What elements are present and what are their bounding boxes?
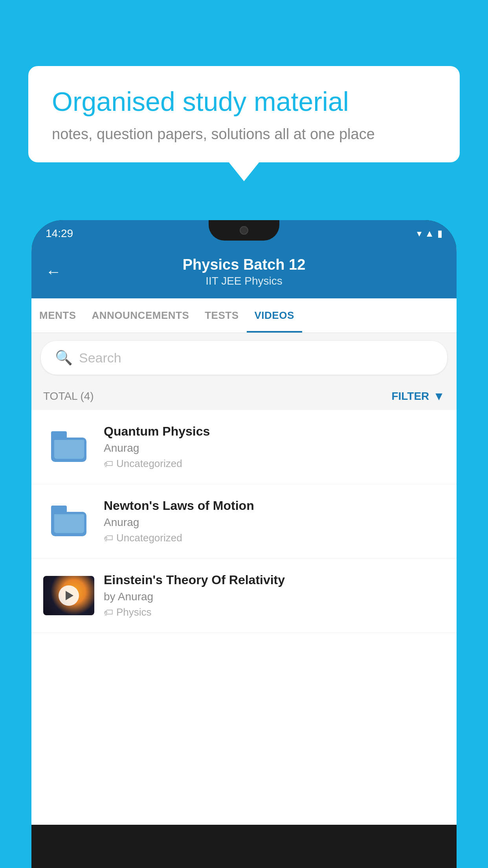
tag-label: Uncategorized [116, 458, 182, 470]
list-item[interactable]: Quantum Physics Anurag 🏷 Uncategorized [31, 410, 457, 484]
tag-icon: 🏷 [104, 533, 113, 544]
tag-label: Uncategorized [116, 532, 182, 544]
video-author: Anurag [104, 516, 445, 529]
play-button[interactable] [59, 585, 79, 606]
video-author: Anurag [104, 442, 445, 454]
filter-label: FILTER [391, 390, 429, 403]
wifi-icon: ▾ [417, 228, 422, 239]
phone-frame: 14:29 ▾ ▲ ▮ ← Physics Batch 12 IIT JEE P… [31, 220, 457, 868]
folder-icon [51, 432, 86, 462]
phone-notch [209, 220, 279, 241]
header-subtitle: IIT JEE Physics [71, 275, 417, 287]
signal-icon: ▲ [425, 228, 434, 239]
search-placeholder-text: Search [79, 350, 121, 366]
video-info: Quantum Physics Anurag 🏷 Uncategorized [104, 424, 445, 470]
folder-icon-container [43, 432, 94, 462]
search-bar-container: 🔍 Search [31, 333, 457, 383]
tab-tests[interactable]: TESTS [197, 298, 246, 333]
video-tag: 🏷 Uncategorized [104, 532, 445, 544]
status-time: 14:29 [46, 227, 73, 240]
video-info: Newton's Laws of Motion Anurag 🏷 Uncateg… [104, 498, 445, 544]
tag-icon: 🏷 [104, 458, 113, 469]
list-item[interactable]: Newton's Laws of Motion Anurag 🏷 Uncateg… [31, 484, 457, 559]
speech-bubble: Organised study material notes, question… [28, 66, 460, 162]
battery-icon: ▮ [437, 228, 442, 239]
search-icon: 🔍 [55, 349, 73, 366]
tab-announcements[interactable]: ANNOUNCEMENTS [84, 298, 197, 333]
back-button[interactable]: ← [46, 263, 61, 281]
folder-icon [51, 506, 86, 536]
tabs-bar: MENTS ANNOUNCEMENTS TESTS VIDEOS [31, 298, 457, 333]
video-info: Einstein's Theory Of Relativity by Anura… [104, 573, 445, 618]
folder-icon-container [43, 506, 94, 536]
tab-ments[interactable]: MENTS [31, 298, 84, 333]
status-icons: ▾ ▲ ▮ [417, 228, 442, 239]
play-triangle-icon [66, 591, 73, 600]
video-title: Quantum Physics [104, 424, 445, 439]
bubble-subtitle: notes, question papers, solutions all at… [52, 126, 436, 143]
phone-screen: ← Physics Batch 12 IIT JEE Physics MENTS… [31, 247, 457, 825]
list-item[interactable]: Einstein's Theory Of Relativity by Anura… [31, 559, 457, 633]
app-header: ← Physics Batch 12 IIT JEE Physics [31, 247, 457, 298]
total-count: TOTAL (4) [43, 390, 94, 403]
video-thumbnail [43, 576, 94, 615]
tag-label: Physics [116, 606, 152, 618]
search-input[interactable]: 🔍 Search [41, 341, 447, 375]
video-tag: 🏷 Physics [104, 606, 445, 618]
camera [240, 226, 248, 235]
filter-icon: ▼ [433, 390, 445, 403]
tab-videos[interactable]: VIDEOS [247, 298, 302, 333]
video-list: Quantum Physics Anurag 🏷 Uncategorized [31, 410, 457, 633]
bubble-title: Organised study material [52, 86, 436, 118]
status-bar: 14:29 ▾ ▲ ▮ [31, 220, 457, 247]
header-text: Physics Batch 12 IIT JEE Physics [71, 256, 417, 287]
folder-front [53, 513, 85, 534]
video-title: Einstein's Theory Of Relativity [104, 573, 445, 587]
video-tag: 🏷 Uncategorized [104, 458, 445, 470]
header-title: Physics Batch 12 [71, 256, 417, 273]
filter-button[interactable]: FILTER ▼ [391, 390, 445, 403]
filter-bar: TOTAL (4) FILTER ▼ [31, 383, 457, 410]
video-author: by Anurag [104, 590, 445, 603]
video-title: Newton's Laws of Motion [104, 498, 445, 513]
tag-icon: 🏷 [104, 607, 113, 618]
folder-front [53, 439, 85, 460]
